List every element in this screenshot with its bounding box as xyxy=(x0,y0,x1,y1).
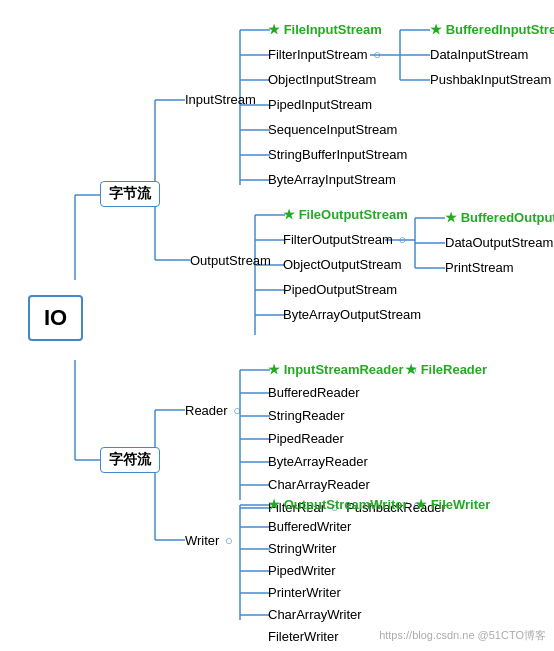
output-stream-node: OutputStream xyxy=(190,253,271,268)
char-stream-label: 字符流 xyxy=(109,451,151,467)
pushbak-input-stream-node: PushbakInputStream xyxy=(430,72,551,87)
byte-stream-label: 字节流 xyxy=(109,185,151,201)
input-stream-reader-node: InputStreamReader ○ xyxy=(268,362,417,377)
object-output-stream-node: ObjectOutputStream xyxy=(283,257,402,272)
buffered-input-stream-node: BufferedInputStream xyxy=(430,22,554,37)
byte-array-reader-node: ByteArrayReader xyxy=(268,454,368,469)
file-input-stream-node: FileInputStream xyxy=(268,22,382,37)
input-stream-node: InputStream xyxy=(185,92,256,107)
string-writer-node: StringWriter xyxy=(268,541,336,556)
char-array-writer-node: CharArrayWriter xyxy=(268,607,362,622)
string-reader-node: StringReader xyxy=(268,408,345,423)
file-output-stream-node: FileOutputStream xyxy=(283,207,408,222)
byte-array-input-stream-node: ByteArrayInputStream xyxy=(268,172,396,187)
char-stream-box: 字符流 xyxy=(100,447,160,473)
output-stream-writer-node: OutputStreamWriter ○ xyxy=(268,497,421,512)
fileter-writer-node: FileterWriter xyxy=(268,629,339,644)
filter-os-label: FilterOutputStream xyxy=(283,232,393,247)
file-writer-node: FileWriter xyxy=(415,497,490,512)
file-reader-inline-node: FileReader xyxy=(405,362,487,377)
piped-input-stream-node: PipedInputStream xyxy=(268,97,372,112)
piped-writer-node: PipedWriter xyxy=(268,563,336,578)
io-box: IO xyxy=(28,295,83,341)
filter-input-stream-node: FilterInputStream ○ xyxy=(268,47,381,62)
filter-is-label: FilterInputStream xyxy=(268,47,368,62)
buffered-reader-node: BufferedReader xyxy=(268,385,360,400)
filter-output-stream-node: FilterOutputStream ○ xyxy=(283,232,406,247)
watermark: https://blog.csdn.ne @51CTO博客 xyxy=(379,628,546,643)
piped-reader-node: PipedReader xyxy=(268,431,344,446)
string-buffer-input-stream-node: StringBufferInputStream xyxy=(268,147,407,162)
byte-array-output-stream-node: ByteArrayOutputStream xyxy=(283,307,421,322)
data-output-stream-node: DataOutputStream xyxy=(445,235,553,250)
printer-writer-node: PrinterWriter xyxy=(268,585,341,600)
byte-stream-box: 字节流 xyxy=(100,181,160,207)
sequence-input-stream-node: SequenceInputStream xyxy=(268,122,397,137)
print-stream-node: PrintStream xyxy=(445,260,514,275)
reader-node: Reader ○ xyxy=(185,403,241,418)
data-input-stream-node: DataInputStream xyxy=(430,47,528,62)
object-input-stream-node: ObjectInputStream xyxy=(268,72,376,87)
char-array-reader-node: CharArrayReader xyxy=(268,477,370,492)
piped-output-stream-node: PipedOutputStream xyxy=(283,282,397,297)
buffered-output-stream-node: BufferedOutputStream xyxy=(445,210,554,225)
diagram-canvas: IO 字节流 字符流 InputStream OutputStream File… xyxy=(0,0,554,651)
writer-node: Writer ○ xyxy=(185,533,233,548)
io-label: IO xyxy=(44,305,67,330)
buffered-writer-node: BufferedWriter xyxy=(268,519,351,534)
